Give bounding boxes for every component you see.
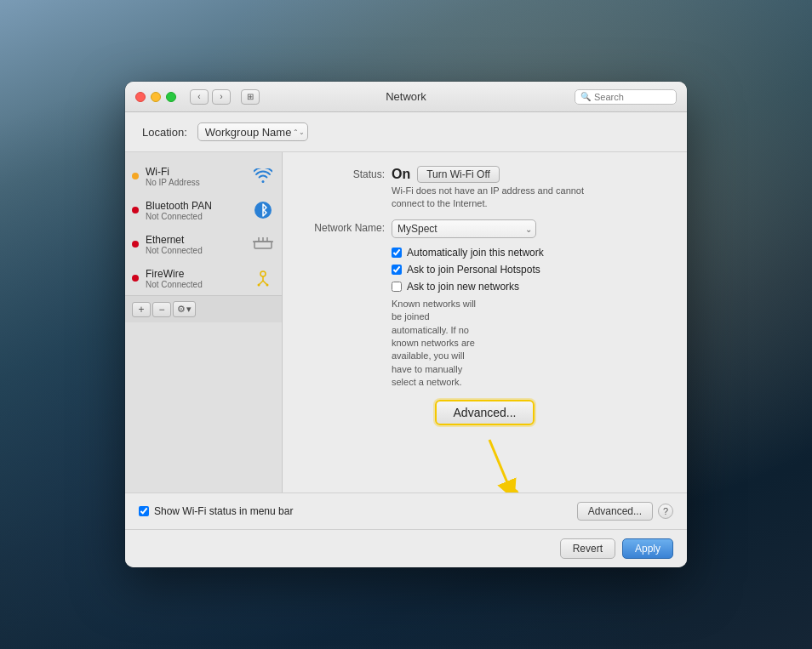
bluetooth-status: Not Connected bbox=[146, 212, 244, 221]
show-wifi-row: Show Wi-Fi status in menu bar bbox=[139, 505, 293, 517]
gear-chevron-icon: ▾ bbox=[186, 304, 192, 315]
grid-button[interactable]: ⊞ bbox=[241, 89, 260, 105]
sidebar-item-wifi[interactable]: Wi-Fi No IP Address bbox=[125, 159, 282, 193]
apply-button[interactable]: Apply bbox=[622, 538, 673, 559]
bottom-bar: Show Wi-Fi status in menu bar Advanced..… bbox=[125, 492, 687, 529]
svg-point-10 bbox=[266, 284, 269, 287]
wifi-icon bbox=[251, 164, 275, 188]
maximize-button[interactable] bbox=[166, 92, 176, 102]
add-network-button[interactable]: + bbox=[132, 302, 151, 317]
titlebar: ‹ › ⊞ Network 🔍 bbox=[125, 82, 687, 112]
bluetooth-item-text: Bluetooth PAN Not Connected bbox=[146, 200, 244, 221]
sidebar-actions: + − ⚙ ▾ bbox=[125, 295, 282, 322]
sidebar-item-firewire[interactable]: FireWire Not Connected bbox=[125, 261, 282, 295]
search-input[interactable] bbox=[594, 92, 671, 102]
auto-join-label: Automatically join this network bbox=[407, 247, 544, 259]
detail-panel: Status: On Turn Wi-Fi Off Wi-Fi does not… bbox=[283, 152, 687, 492]
ask-new-networks-checkbox[interactable] bbox=[392, 282, 402, 292]
traffic-lights bbox=[135, 92, 176, 102]
firewire-status: Not Connected bbox=[146, 280, 244, 289]
location-select-wrapper[interactable]: Workgroup Name Automatic bbox=[197, 122, 308, 141]
bluetooth-icon bbox=[251, 198, 275, 222]
turn-wifi-off-button[interactable]: Turn Wi-Fi Off bbox=[417, 166, 500, 183]
bluetooth-name: Bluetooth PAN bbox=[146, 200, 244, 212]
close-button[interactable] bbox=[135, 92, 146, 102]
firewire-name: FireWire bbox=[146, 268, 244, 280]
firewire-item-text: FireWire Not Connected bbox=[146, 268, 244, 289]
search-box[interactable]: 🔍 bbox=[575, 89, 677, 105]
nav-buttons: ‹ › bbox=[190, 89, 231, 105]
remove-network-button[interactable]: − bbox=[152, 302, 171, 317]
bluetooth-status-dot bbox=[132, 207, 139, 213]
advanced-button-container: Advanced... bbox=[300, 400, 670, 425]
bluetooth-icon-symbol bbox=[254, 202, 272, 219]
ethernet-name: Ethernet bbox=[146, 234, 244, 246]
main-content: Wi-Fi No IP Address Bluetooth PAN bbox=[125, 152, 687, 492]
svg-rect-0 bbox=[254, 242, 272, 248]
network-name-label: Network Name: bbox=[300, 219, 385, 234]
svg-line-12 bbox=[489, 440, 511, 491]
network-window: ‹ › ⊞ Network 🔍 Location: Workgroup Name… bbox=[125, 82, 687, 567]
sidebar-item-bluetooth[interactable]: Bluetooth PAN Not Connected bbox=[125, 193, 282, 227]
ask-personal-hotspot-label: Ask to join Personal Hotspots bbox=[407, 264, 540, 276]
auto-join-row: Automatically join this network bbox=[300, 247, 670, 259]
forward-button[interactable]: › bbox=[212, 89, 231, 105]
status-value-container: On Turn Wi-Fi Off Wi-Fi does not have an… bbox=[392, 166, 596, 211]
location-select[interactable]: Workgroup Name Automatic bbox=[197, 122, 308, 141]
ask-personal-hotspot-row: Ask to join Personal Hotspots bbox=[300, 264, 670, 276]
auto-join-checkbox[interactable] bbox=[392, 248, 402, 258]
ethernet-item-text: Ethernet Not Connected bbox=[146, 234, 244, 255]
svg-point-5 bbox=[260, 271, 266, 276]
sidebar: Wi-Fi No IP Address Bluetooth PAN bbox=[125, 152, 283, 492]
window-title: Network bbox=[386, 90, 426, 103]
ethernet-status-dot bbox=[132, 241, 139, 248]
wifi-status-dot bbox=[132, 173, 139, 179]
sidebar-item-ethernet[interactable]: Ethernet Not Connected bbox=[125, 227, 282, 261]
status-row: Status: On Turn Wi-Fi Off Wi-Fi does not… bbox=[300, 166, 670, 211]
minimize-button[interactable] bbox=[151, 92, 161, 102]
svg-point-9 bbox=[258, 284, 260, 287]
location-label: Location: bbox=[142, 126, 187, 139]
search-icon: 🔍 bbox=[580, 92, 591, 101]
wifi-item-text: Wi-Fi No IP Address bbox=[146, 166, 244, 187]
advanced-bottom-button[interactable]: Advanced... bbox=[577, 502, 653, 521]
location-bar: Location: Workgroup Name Automatic bbox=[125, 112, 687, 152]
wifi-name: Wi-Fi bbox=[146, 166, 244, 178]
network-name-select-wrapper[interactable]: MySpect bbox=[392, 219, 536, 238]
revert-button[interactable]: Revert bbox=[560, 538, 615, 559]
show-wifi-checkbox[interactable] bbox=[139, 506, 149, 516]
known-networks-note: Known networks will be joined automatica… bbox=[300, 298, 487, 390]
firewire-status-dot bbox=[132, 275, 139, 282]
status-value: On bbox=[392, 167, 410, 182]
status-label: Status: bbox=[300, 166, 385, 180]
ethernet-status: Not Connected bbox=[146, 246, 244, 255]
help-button[interactable]: ? bbox=[658, 504, 673, 519]
footer-buttons: Revert Apply bbox=[125, 529, 687, 567]
network-name-select[interactable]: MySpect bbox=[392, 219, 536, 238]
network-name-row: Network Name: MySpect bbox=[300, 219, 670, 238]
ask-new-networks-row: Ask to join new networks bbox=[300, 281, 670, 293]
advanced-button[interactable]: Advanced... bbox=[435, 400, 535, 425]
firewire-icon bbox=[251, 266, 275, 290]
ask-new-networks-label: Ask to join new networks bbox=[407, 281, 519, 293]
bottom-right: Advanced... ? bbox=[577, 502, 673, 521]
status-detail-row: On Turn Wi-Fi Off bbox=[392, 166, 596, 183]
show-wifi-label: Show Wi-Fi status in menu bar bbox=[154, 505, 293, 517]
gear-icon: ⚙ bbox=[177, 304, 186, 315]
gear-menu-button[interactable]: ⚙ ▾ bbox=[173, 301, 196, 317]
ask-personal-hotspot-checkbox[interactable] bbox=[392, 265, 402, 275]
back-button[interactable]: ‹ bbox=[190, 89, 209, 105]
wifi-status: No IP Address bbox=[146, 178, 244, 187]
status-note: Wi-Fi does not have an IP address and ca… bbox=[392, 185, 596, 211]
ethernet-icon bbox=[251, 232, 275, 256]
